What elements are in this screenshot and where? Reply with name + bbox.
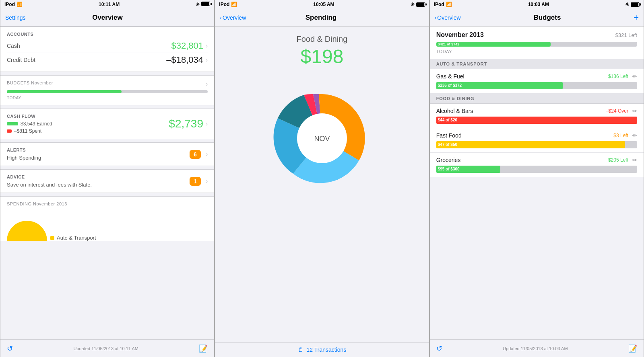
auto-transport-header: AUTO & TRANSPORT (430, 59, 644, 69)
cashflow-details: $3,549 Earned –$811 Spent (7, 121, 52, 134)
budgets-section[interactable]: BUDGETS November › TODAY (0, 75, 214, 105)
add-budget-button[interactable]: + (634, 12, 639, 23)
overview-back-button[interactable]: ‹ Overview (220, 14, 246, 21)
spending-section[interactable]: SPENDING November 2013 Auto & Transport (0, 196, 214, 241)
alcohol-bars-bar-fill: $44 of $20 (436, 117, 637, 124)
overview-back-button-3[interactable]: ‹ Overview (435, 14, 461, 21)
wifi-icon-2: 📶 (231, 2, 237, 7)
overview-content: ACCOUNTS Cash $32,801 › Credit Debt –$18… (0, 27, 214, 339)
gas-fuel-header: Gas & Fuel $136 Left ✏ (436, 73, 637, 80)
gas-fuel-bar-row: $236 of $372 (436, 82, 637, 89)
edit-icon-alcohol[interactable]: ✏ (632, 108, 637, 114)
edit-icon-fastfood[interactable]: ✏ (632, 132, 637, 139)
time-label-2: 10:05 AM (313, 2, 334, 7)
fast-food-bar-track: $47 of $50 (436, 141, 637, 148)
footer-text-1: Updated 11/05/2013 at 10:11 AM (73, 346, 138, 351)
alcohol-bars-bar-track: $44 of $20 (436, 117, 637, 124)
fast-food-item[interactable]: Fast Food $3 Left ✏ $47 of $50 (430, 128, 644, 153)
status-right-1: ✳ (196, 2, 210, 7)
phone-overview: iPod 📶 10:11 AM ✳ Settings Overview ACCO… (0, 0, 215, 357)
back-chevron-icon-3: ‹ (435, 14, 437, 21)
advice-row: ADVICE Save on interest and fees with Sl… (7, 174, 208, 188)
gas-fuel-item[interactable]: Gas & Fuel $136 Left ✏ $236 of $372 (430, 69, 644, 94)
transactions-footer[interactable]: 🗒 12 Transactions (215, 342, 429, 357)
footer-1: ↺ Updated 11/05/2013 at 10:11 AM 📝 (0, 339, 214, 357)
footer-text-3: Updated 11/05/2013 at 10:03 AM (503, 346, 568, 351)
budgets-bar (7, 90, 208, 93)
alerts-section[interactable]: ALERTS High Spending 6 › (0, 142, 214, 166)
spent-dot (7, 129, 12, 133)
groceries-header: Groceries $205 Left ✏ (436, 157, 637, 163)
gas-fuel-status: $136 Left (608, 74, 628, 79)
refresh-icon-1[interactable]: ↺ (7, 344, 13, 353)
chevron-icon-cashflow: › (206, 120, 208, 127)
november-overall[interactable]: November 2013 $321 Left $421 of $742 TOD… (430, 27, 644, 59)
spending-label: SPENDING November 2013 (7, 201, 208, 206)
wifi-icon: 📶 (17, 2, 23, 7)
budgets-label: BUDGETS November (7, 80, 53, 85)
fast-food-bar-fill: $47 of $50 (436, 141, 625, 148)
credit-label: Credit Debt (7, 57, 35, 63)
overview-title: Overview (92, 14, 123, 22)
groceries-bar-label: $95 of $300 (436, 166, 501, 173)
alcohol-bars-name: Alcohol & Bars (436, 108, 473, 114)
fast-food-name: Fast Food (436, 132, 462, 139)
groceries-name: Groceries (436, 157, 461, 163)
edit-icon-gas[interactable]: ✏ (632, 73, 637, 80)
time-label-3: 10:03 AM (528, 2, 549, 7)
footer-3: ↺ Updated 11/05/2013 at 10:03 AM 📝 (430, 339, 644, 357)
fast-food-status: $3 Left (613, 133, 628, 138)
credit-row[interactable]: Credit Debt –$18,034 › (7, 53, 208, 67)
spending-content: Food & Dining $198 (215, 27, 429, 342)
cashflow-section[interactable]: CASH FLOW $3,549 Earned –$811 Spent (0, 109, 214, 139)
bluetooth-icon-2: ✳ (411, 2, 415, 7)
alcohol-bars-item[interactable]: Alcohol & Bars –$24 Over ✏ $44 of $20 (430, 104, 644, 128)
groceries-item[interactable]: Groceries $205 Left ✏ $95 of $300 (430, 153, 644, 177)
spending-legend-label: Auto & Transport (57, 235, 96, 241)
november-title: November 2013 (436, 31, 484, 39)
transactions-icon: 🗒 (298, 347, 303, 353)
nav-bar-3: ‹ Overview Budgets + (430, 9, 644, 27)
earned-dot (7, 122, 18, 125)
transactions-label: 12 Transactions (307, 347, 347, 353)
battery-label (201, 2, 210, 7)
november-left: $321 Left (615, 32, 637, 38)
donut-container: NOV (215, 74, 429, 207)
settings-button[interactable]: Settings (5, 14, 26, 21)
advice-section[interactable]: ADVICE Save on interest and fees with Sl… (0, 169, 214, 193)
refresh-icon-3[interactable]: ↺ (436, 344, 442, 353)
accounts-label: ACCOUNTS (7, 32, 208, 37)
alerts-text: High Spending (7, 155, 41, 161)
nav-bar-2: ‹ Overview Spending (215, 9, 429, 27)
alcohol-bars-bar-row: $44 of $20 (436, 117, 637, 124)
chevron-icon-cash: › (206, 42, 208, 49)
spending-category: Food & Dining (221, 35, 422, 44)
alcohol-bars-status: –$24 Over (606, 108, 628, 114)
chevron-icon-budgets: › (206, 80, 208, 88)
gas-fuel-name: Gas & Fuel (436, 73, 464, 80)
spent-label: –$811 Spent (14, 128, 41, 134)
cashflow-value: $2,739 (169, 117, 203, 130)
status-bar-3: iPod 📶 10:03 AM ✳ (430, 0, 644, 9)
chevron-icon-credit: › (206, 56, 208, 64)
donut-center-label: NOV (314, 135, 330, 143)
status-left-1: iPod 📶 (4, 2, 23, 7)
back-chevron-icon: ‹ (220, 14, 222, 21)
november-bar-track (436, 42, 637, 47)
cashflow-label: CASH FLOW (7, 114, 52, 119)
accounts-section: ACCOUNTS Cash $32,801 › Credit Debt –$18… (0, 27, 214, 72)
food-dining-header: FOOD & DINING (430, 94, 644, 104)
edit-icon-groceries[interactable]: ✏ (632, 157, 637, 163)
cash-label: Cash (7, 43, 20, 49)
spending-legend-dot (50, 236, 54, 240)
november-bar-label: $421 of $742 (438, 42, 460, 46)
cash-row[interactable]: Cash $32,801 › (7, 39, 208, 53)
gas-fuel-bar-track: $236 of $372 (436, 82, 637, 89)
groceries-bar-row: $95 of $300 (436, 166, 637, 173)
fast-food-bar-row: $47 of $50 (436, 141, 637, 148)
edit-footer-icon-3[interactable]: 📝 (628, 344, 637, 353)
status-right-2: ✳ (411, 2, 425, 7)
edit-icon-1[interactable]: 📝 (199, 344, 208, 353)
fast-food-bar-label: $47 of $50 (436, 141, 625, 148)
gas-fuel-bar-label: $236 of $372 (436, 82, 563, 89)
